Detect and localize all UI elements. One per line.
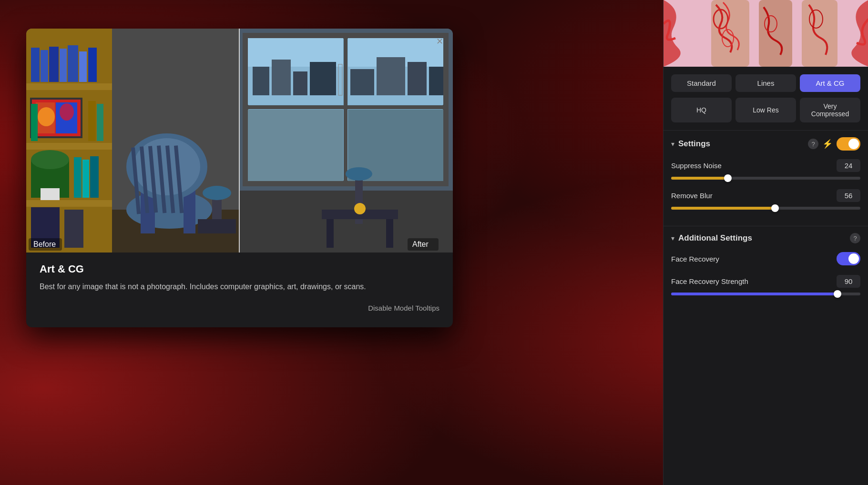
svg-rect-7 bbox=[26, 200, 112, 207]
svg-rect-13 bbox=[79, 51, 87, 82]
room-scene: Before After bbox=[26, 29, 453, 253]
close-button[interactable]: ✕ bbox=[432, 34, 447, 49]
svg-rect-5 bbox=[26, 83, 112, 90]
face-recovery-label: Face Recovery bbox=[671, 255, 719, 263]
svg-rect-8 bbox=[31, 48, 40, 82]
svg-rect-84 bbox=[802, 0, 837, 67]
divider-2 bbox=[664, 226, 868, 226]
settings-toggle-slider bbox=[837, 137, 860, 151]
additional-settings-section: ▾ Additional Settings ? Face Recovery Fa… bbox=[664, 228, 868, 314]
tooltip-footer: Disable Model Tooltips bbox=[40, 302, 439, 314]
svg-rect-28 bbox=[82, 160, 89, 198]
model-tabs-row: Standard Lines Art & CG bbox=[664, 67, 868, 96]
svg-point-25 bbox=[31, 150, 69, 169]
remove-blur-label-row: Remove Blur 56 bbox=[671, 189, 860, 202]
tab-lines[interactable]: Lines bbox=[735, 74, 796, 92]
svg-point-74 bbox=[354, 203, 366, 214]
svg-rect-65 bbox=[429, 67, 443, 95]
settings-chevron-icon[interactable]: ▾ bbox=[671, 140, 674, 148]
additional-help-icon[interactable]: ? bbox=[850, 233, 860, 243]
settings-header: ▾ Settings ? ⚡ bbox=[671, 137, 860, 151]
svg-rect-55 bbox=[253, 67, 269, 95]
additional-settings-header: ▾ Additional Settings ? bbox=[671, 233, 860, 243]
suppress-noise-label: Suppress Noise bbox=[671, 162, 722, 170]
svg-rect-10 bbox=[49, 47, 59, 82]
svg-rect-27 bbox=[74, 157, 82, 198]
svg-rect-14 bbox=[88, 48, 97, 82]
face-recovery-strength-fill bbox=[671, 293, 837, 295]
disable-tooltips-button[interactable]: Disable Model Tooltips bbox=[368, 302, 439, 314]
tooltip-description: Best for any image that is not a photogr… bbox=[40, 281, 439, 293]
additional-chevron-icon[interactable]: ▾ bbox=[671, 234, 674, 242]
svg-rect-23 bbox=[97, 104, 103, 141]
suppress-noise-slider[interactable] bbox=[671, 177, 860, 180]
suppress-noise-control: Suppress Noise 24 bbox=[671, 159, 860, 180]
svg-point-70 bbox=[346, 167, 372, 181]
svg-rect-45 bbox=[198, 219, 236, 233]
remove-blur-value[interactable]: 56 bbox=[837, 189, 860, 202]
face-recovery-strength-value[interactable]: 90 bbox=[837, 275, 860, 288]
remove-blur-label: Remove Blur bbox=[671, 192, 713, 200]
right-panel: Standard Lines Art & CG HQ Low Res Very … bbox=[663, 0, 868, 485]
svg-rect-26 bbox=[41, 188, 60, 200]
svg-rect-62 bbox=[350, 69, 374, 95]
thumbnail-image bbox=[664, 0, 868, 67]
tooltip-title: Art & CG bbox=[40, 263, 439, 275]
suppress-noise-value[interactable]: 24 bbox=[837, 159, 860, 172]
svg-rect-11 bbox=[60, 49, 67, 82]
svg-point-19 bbox=[38, 107, 55, 126]
svg-rect-21 bbox=[31, 104, 38, 141]
lightning-icon: ⚡ bbox=[822, 139, 833, 149]
preview-area: ✕ bbox=[0, 0, 663, 485]
remove-blur-control: Remove Blur 56 bbox=[671, 189, 860, 210]
face-recovery-toggle-slider bbox=[837, 252, 860, 265]
face-recovery-strength-thumb[interactable] bbox=[834, 290, 841, 298]
settings-section: ▾ Settings ? ⚡ Suppress Noise 24 bbox=[664, 132, 868, 224]
settings-title: Settings bbox=[678, 139, 804, 149]
svg-rect-22 bbox=[88, 101, 96, 141]
settings-toggle[interactable] bbox=[837, 137, 860, 151]
svg-point-44 bbox=[203, 186, 231, 200]
face-recovery-toggle[interactable] bbox=[837, 252, 860, 265]
svg-rect-63 bbox=[377, 57, 405, 95]
tab-lowres[interactable]: Low Res bbox=[735, 98, 796, 122]
comparison-container: Before After bbox=[26, 29, 453, 253]
svg-text:After: After bbox=[412, 240, 429, 248]
svg-rect-12 bbox=[68, 45, 78, 82]
svg-rect-31 bbox=[64, 210, 83, 248]
remove-blur-fill bbox=[671, 207, 775, 210]
tooltip-content: Art & CG Best for any image that is not … bbox=[26, 253, 453, 327]
tooltip-modal: ✕ bbox=[26, 29, 453, 327]
svg-rect-56 bbox=[272, 60, 291, 95]
svg-rect-73 bbox=[386, 219, 393, 248]
remove-blur-thumb[interactable] bbox=[771, 204, 779, 212]
svg-rect-82 bbox=[711, 0, 749, 67]
suppress-noise-thumb[interactable] bbox=[724, 174, 732, 182]
face-recovery-row: Face Recovery bbox=[671, 252, 860, 265]
additional-settings-title: Additional Settings bbox=[678, 233, 846, 243]
tab-standard[interactable]: Standard bbox=[671, 74, 732, 92]
tab-hq[interactable]: HQ bbox=[671, 98, 732, 122]
svg-rect-58 bbox=[310, 62, 336, 95]
svg-rect-72 bbox=[327, 219, 334, 248]
remove-blur-slider[interactable] bbox=[671, 207, 860, 210]
svg-point-20 bbox=[60, 103, 74, 121]
divider-1 bbox=[664, 130, 868, 131]
svg-rect-64 bbox=[408, 62, 427, 95]
svg-rect-57 bbox=[293, 71, 307, 95]
svg-rect-6 bbox=[26, 143, 112, 150]
thumbnail-area bbox=[664, 0, 868, 67]
settings-help-icon[interactable]: ? bbox=[808, 139, 818, 149]
main-container: ✕ bbox=[0, 0, 868, 485]
tab-verycompressed[interactable]: Very Compressed bbox=[800, 98, 860, 122]
face-recovery-strength-label: Face Recovery Strength bbox=[671, 277, 748, 285]
suppress-noise-label-row: Suppress Noise 24 bbox=[671, 159, 860, 172]
suppress-noise-fill bbox=[671, 177, 728, 180]
face-recovery-strength-slider[interactable] bbox=[671, 293, 860, 295]
tab-artcg[interactable]: Art & CG bbox=[800, 74, 860, 92]
face-recovery-strength-label-row: Face Recovery Strength 90 bbox=[671, 275, 860, 288]
svg-rect-83 bbox=[759, 0, 792, 67]
face-recovery-strength-control: Face Recovery Strength 90 bbox=[671, 275, 860, 295]
svg-text:Before: Before bbox=[33, 240, 56, 248]
svg-rect-29 bbox=[90, 156, 99, 198]
